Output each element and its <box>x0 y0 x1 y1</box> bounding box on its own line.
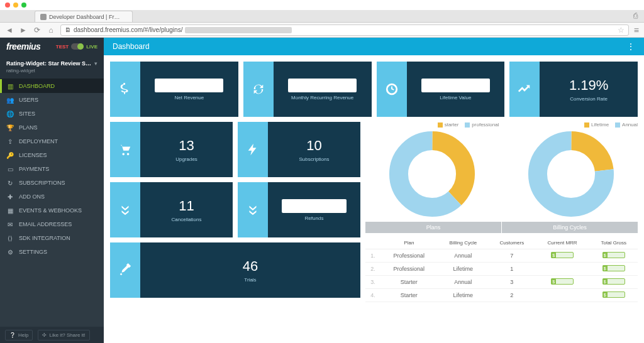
table-row[interactable]: 2.ProfessionalLifetime1 <box>365 263 638 276</box>
table-row[interactable]: 1.ProfessionalAnnual7 <box>365 249 638 263</box>
tab-title: Developer Dashboard | Fr… <box>49 14 119 20</box>
money-chip <box>602 252 625 258</box>
printer-icon[interactable]: ⎙ <box>633 11 638 20</box>
sidebar-item-label: DASHBOARD <box>19 83 55 89</box>
card-label: Trials <box>244 277 256 283</box>
money-chip <box>602 278 625 285</box>
kpi-label: Monthly Recurring Revenue <box>291 95 353 101</box>
row-customers: 7 <box>489 249 535 263</box>
table-header-billing: Billing Cycles <box>502 222 638 233</box>
mac-min-icon[interactable] <box>13 3 18 8</box>
env-toggle[interactable]: TEST LIVE <box>56 43 97 50</box>
row-cycle: Annual <box>438 249 489 263</box>
sync-icon <box>243 62 274 117</box>
legend-label: Lifetime <box>591 122 609 128</box>
sidebar-nav: ▥DASHBOARD 👥USERS 🌐SITES 🏆PLANS ⇪DEPLOYM… <box>0 79 104 327</box>
bolt-icon <box>238 122 268 177</box>
forward-button[interactable]: ► <box>19 26 28 35</box>
chevron-down-icon: ▾ <box>94 60 97 67</box>
sidebar-item-emails[interactable]: ✉EMAIL ADDRESSES <box>0 217 104 231</box>
kpi-net-revenue[interactable]: Net Revenue <box>110 62 238 117</box>
card-trials[interactable]: 46Trials <box>110 242 360 298</box>
back-button[interactable]: ◄ <box>5 26 14 35</box>
sidebar-item-label: SDK INTEGRATION <box>19 235 70 241</box>
sidebar-item-dashboard[interactable]: ▥DASHBOARD <box>0 79 104 93</box>
sidebar-item-events[interactable]: ▦EVENTS & WEBHOOKS <box>0 204 104 217</box>
sidebar-item-payments[interactable]: ▭PAYMENTS <box>0 162 104 176</box>
address-bar[interactable]: 🗎 dashboard.freemius.com/#/live/plugins/… <box>60 24 629 36</box>
legend-label: Annual <box>622 122 638 128</box>
reload-button[interactable]: ⟳ <box>33 26 42 35</box>
dollar-icon <box>110 62 140 117</box>
kpi-value-redacted <box>155 79 223 92</box>
legend-label: professional <box>472 122 499 128</box>
mac-max-icon[interactable] <box>21 3 26 8</box>
row-gross <box>590 276 638 289</box>
growth-icon <box>509 62 540 117</box>
row-customers: 3 <box>489 276 535 289</box>
card-subscriptions[interactable]: 10Subscriptions <box>238 122 360 177</box>
donut-charts-row: starter professional Lifetime Annual <box>365 122 638 218</box>
card-cancellations[interactable]: 11Cancellations <box>110 182 233 237</box>
toggle-switch-icon[interactable] <box>71 43 84 50</box>
row-cycle: Annual <box>438 276 489 289</box>
sidebar-item-label: USERS <box>19 97 38 103</box>
kpi-mrr[interactable]: Monthly Recurring Revenue <box>243 62 372 117</box>
browser-tab[interactable]: Developer Dashboard | Fr… <box>35 11 133 22</box>
card-upgrades[interactable]: 13Upgrades <box>110 122 233 177</box>
row-mrr <box>535 276 590 289</box>
card-icon: ▭ <box>6 166 14 173</box>
toggle-test-label: TEST <box>56 44 69 50</box>
sidebar-item-addons[interactable]: ✚ADD ONS <box>0 190 104 204</box>
kpi-label: Net Revenue <box>175 95 204 101</box>
table-row[interactable]: 4.StarterLifetime2 <box>365 289 638 302</box>
envelope-icon: ✉ <box>6 221 14 228</box>
trophy-icon: 🏆 <box>6 124 14 131</box>
sidebar-item-deployment[interactable]: ⇪DEPLOYMENT <box>0 134 104 148</box>
legend-swatch-icon <box>465 122 470 128</box>
logo: freemius <box>6 41 40 52</box>
globe-icon: 🌐 <box>6 111 14 117</box>
product-selector[interactable]: ▾ Rating-Widget: Star Review S… rating-w… <box>0 55 104 79</box>
topbar: Dashboard ⋮ <box>104 38 644 55</box>
mac-close-icon[interactable] <box>5 3 10 8</box>
chart-plans: starter professional <box>365 122 499 218</box>
row-gross <box>590 289 638 302</box>
kpi-conversion[interactable]: 1.19%Conversion Rate <box>509 62 638 117</box>
col-gross: Total Gross <box>590 237 638 249</box>
sidebar-item-label: SITES <box>19 111 35 117</box>
sidebar-item-users[interactable]: 👥USERS <box>0 93 104 107</box>
kpi-ltv[interactable]: Lifetime Value <box>377 62 505 117</box>
users-icon: 👥 <box>6 97 14 104</box>
topbar-menu-icon[interactable]: ⋮ <box>626 41 635 52</box>
product-slug: rating-widget <box>6 68 97 74</box>
sidebar-item-plans[interactable]: 🏆PLANS <box>0 121 104 134</box>
kpi-row: Net Revenue Monthly Recurring Revenue Li… <box>110 62 638 117</box>
row-customers: 2 <box>489 289 535 302</box>
puzzle-icon: ✚ <box>6 193 14 200</box>
home-button[interactable]: ⌂ <box>47 26 55 35</box>
sidebar-item-licenses[interactable]: 🔑LICENSES <box>0 148 104 162</box>
sidebar-item-subscriptions[interactable]: ↻SUBSCRIPTIONS <box>0 176 104 190</box>
sidebar-item-sites[interactable]: 🌐SITES <box>0 107 104 121</box>
row-plan: Professional <box>380 249 438 263</box>
chart-billing: Lifetime Annual <box>504 122 638 218</box>
sidebar-item-sdk[interactable]: ⟨⟩SDK INTEGRATION <box>0 231 104 245</box>
col-cycle: Billing Cycle <box>438 237 489 249</box>
card-refunds[interactable]: Refunds <box>238 182 360 237</box>
table-row[interactable]: 3.StarterAnnual3 <box>365 276 638 289</box>
cart-icon <box>110 122 140 177</box>
sidebar-footer: ❔Help ✣Like it? Share it! <box>0 327 104 343</box>
share-button[interactable]: ✣Like it? Share it! <box>38 330 89 340</box>
sidebar-item-settings[interactable]: ⚙SETTINGS <box>0 245 104 259</box>
help-label: Help <box>18 332 28 338</box>
browser-menu-icon[interactable]: ≡ <box>634 25 639 35</box>
row-2: 13Upgrades 10Subscriptions 11Cancellatio… <box>110 122 638 302</box>
chevrons-down-icon <box>238 182 268 237</box>
favicon-icon <box>40 14 47 20</box>
url-text: dashboard.freemius.com/#/live/plugins/ <box>74 26 182 33</box>
upload-icon: ⇪ <box>6 138 14 145</box>
bookmark-star-icon[interactable]: ☆ <box>618 26 625 35</box>
help-button[interactable]: ❔Help <box>5 330 33 340</box>
money-chip <box>551 278 574 285</box>
